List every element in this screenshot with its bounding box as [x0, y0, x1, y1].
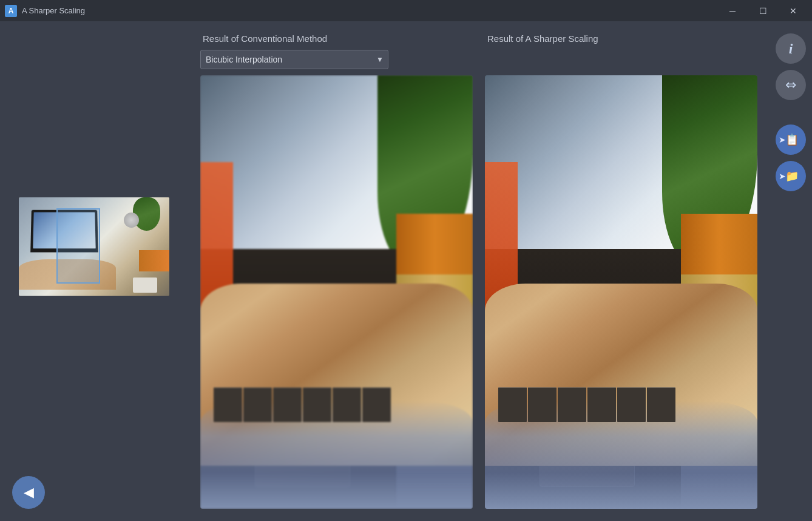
- titlebar-title: A Sharper Scaling: [22, 6, 85, 15]
- info-button[interactable]: i: [776, 33, 806, 64]
- arrow-right-icon: ➤: [779, 135, 786, 145]
- titlebar-left: A A Sharper Scaling: [5, 5, 85, 17]
- back-button[interactable]: ◀: [12, 476, 45, 509]
- titlebar: A A Sharper Scaling ─ ☐ ✕: [0, 0, 812, 21]
- left-sidebar: ◀: [0, 21, 188, 521]
- clipboard-icon: 📋: [785, 133, 799, 146]
- conventional-panel: Result of Conventional Method Bicubic In…: [200, 33, 473, 509]
- conventional-image-panel: [200, 75, 473, 509]
- sharper-panel-spacer: [485, 50, 757, 75]
- conventional-panel-title: Result of Conventional Method: [200, 33, 473, 44]
- thumbnail-image: [19, 197, 169, 296]
- maximize-button[interactable]: ☐: [749, 0, 777, 21]
- save-folder-button[interactable]: ➤ 📁: [776, 161, 806, 191]
- main-area: ◀ Result of Conventional Method Bicubic …: [0, 21, 812, 521]
- folder-icon: 📁: [785, 169, 799, 183]
- sharper-image: [485, 75, 757, 509]
- method-dropdown[interactable]: Bicubic Interpolation Bilinear Interpola…: [200, 50, 388, 69]
- minimize-button[interactable]: ─: [719, 0, 746, 21]
- info-icon: i: [789, 41, 793, 57]
- arrow-right-folder-icon: ➤: [779, 171, 786, 181]
- close-button[interactable]: ✕: [779, 0, 807, 21]
- titlebar-controls: ─ ☐ ✕: [719, 0, 807, 21]
- sharper-panel: Result of A Sharper Scaling: [485, 33, 757, 509]
- thumbnail-scene: [19, 197, 169, 296]
- app-icon-letter: A: [8, 7, 14, 15]
- sharper-panel-title: Result of A Sharper Scaling: [485, 33, 757, 44]
- method-dropdown-wrapper[interactable]: Bicubic Interpolation Bilinear Interpola…: [200, 50, 388, 69]
- compare-arrows-icon: ⇔: [785, 77, 796, 93]
- thumbnail-container: [19, 197, 169, 296]
- copy-clipboard-button[interactable]: ➤ 📋: [776, 124, 806, 155]
- app-icon: A: [5, 5, 17, 17]
- conventional-image: [200, 75, 473, 509]
- compare-button[interactable]: ⇔: [776, 70, 806, 100]
- comparison-area: Result of Conventional Method Bicubic In…: [188, 21, 770, 521]
- back-icon: ◀: [24, 485, 34, 500]
- right-sidebar: i ⇔ ➤ 📋 ➤ 📁: [770, 21, 812, 521]
- sharper-image-panel: [485, 75, 757, 509]
